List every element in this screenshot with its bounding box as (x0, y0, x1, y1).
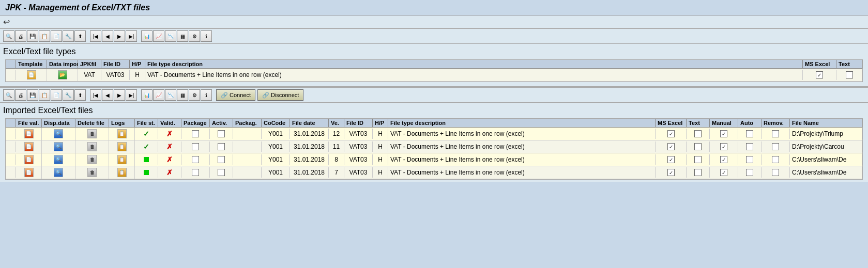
b-row-delfile[interactable]: 🗑 (75, 128, 109, 140)
activ-checkbox[interactable] (218, 143, 225, 150)
b-row-fileval[interactable]: 📄 (16, 166, 42, 179)
package-checkbox[interactable] (192, 156, 199, 163)
excel-checkbox[interactable] (667, 130, 675, 137)
save-btn[interactable]: 💾 (27, 30, 38, 42)
b-row-activ[interactable] (210, 167, 233, 178)
b-chart-btn[interactable]: 📉 (165, 89, 176, 101)
b-row-logs[interactable]: 📋 (109, 140, 135, 153)
delfile-icon[interactable]: 🗑 (87, 155, 97, 164)
b-row-package[interactable] (181, 154, 210, 165)
b-export-btn[interactable]: 📊 (141, 89, 153, 101)
b-print-btn[interactable]: 🖨 (15, 89, 26, 101)
b-row-manual[interactable] (710, 154, 738, 165)
manual-checkbox[interactable] (720, 156, 727, 163)
print-btn[interactable]: 🖨 (15, 30, 26, 42)
auto-checkbox[interactable] (746, 156, 753, 163)
nav-prev[interactable]: ◀ (102, 30, 113, 42)
connect-button[interactable]: 🔗 Connect (216, 89, 255, 101)
filter-btn[interactable]: 🔧 (63, 30, 74, 42)
b-row-auto[interactable] (738, 167, 762, 178)
table-btn[interactable]: ▦ (177, 30, 188, 42)
b-row-excel[interactable] (656, 129, 687, 139)
graph-btn[interactable]: 📈 (153, 30, 164, 42)
activ-checkbox[interactable] (218, 130, 225, 137)
logs-icon[interactable]: 📋 (117, 168, 127, 177)
dispdata-icon[interactable]: 🔍 (54, 129, 63, 138)
b-row-fileval[interactable]: 📄 (16, 140, 42, 153)
fileval-icon[interactable]: 📄 (24, 142, 34, 151)
dispdata-icon[interactable]: 🔍 (54, 168, 63, 177)
b-table-btn[interactable]: ▦ (177, 89, 188, 101)
template-icon[interactable]: 📄 (27, 70, 36, 80)
disconnect-button[interactable]: 🔗 Disconnect (257, 89, 303, 101)
delfile-icon[interactable]: 🗑 (87, 168, 97, 177)
b-row-remov[interactable] (762, 167, 790, 178)
b-row-fileval[interactable]: 📄 (16, 153, 42, 166)
b-row-package[interactable] (181, 129, 210, 139)
excel-checkbox[interactable] (667, 156, 675, 163)
b-row-dispdata[interactable]: 🔍 (42, 128, 75, 140)
remov-checkbox[interactable] (772, 130, 779, 137)
b-row-manual[interactable] (710, 129, 738, 139)
b-row-excel[interactable] (656, 154, 687, 165)
settings-btn[interactable]: ⚙ (189, 30, 200, 42)
sort-btn[interactable]: ⬆ (74, 30, 86, 42)
b-nav-prev[interactable]: ◀ (102, 89, 113, 101)
auto-checkbox[interactable] (746, 169, 753, 176)
delfile-icon[interactable]: 🗑 (87, 129, 97, 138)
text-checkbox[interactable] (694, 156, 702, 163)
b-row-excel[interactable] (656, 141, 687, 152)
b-row-text[interactable] (687, 154, 710, 165)
text-checkbox[interactable] (846, 71, 853, 78)
text-checkbox[interactable] (694, 143, 702, 150)
b-row-activ[interactable] (210, 154, 233, 165)
b-row-activ[interactable] (210, 129, 233, 139)
b-row-remov[interactable] (762, 154, 790, 165)
b-row-dispdata[interactable]: 🔍 (42, 153, 75, 166)
b-row-text[interactable] (687, 167, 710, 178)
fileval-icon[interactable]: 📄 (24, 168, 34, 177)
b-search-btn[interactable]: 🔍 (3, 89, 14, 101)
b-graph-btn[interactable]: 📈 (153, 89, 164, 101)
b-copy-btn[interactable]: 📋 (39, 89, 50, 101)
b-row-logs[interactable]: 📋 (109, 153, 135, 166)
b-row-excel[interactable] (656, 167, 687, 178)
b-row-auto[interactable] (738, 154, 762, 165)
info-btn[interactable]: ℹ (201, 30, 212, 42)
nav-last[interactable]: ▶| (126, 30, 137, 42)
b-row-text[interactable] (687, 141, 710, 152)
b-row-package[interactable] (181, 167, 210, 178)
export-btn[interactable]: 📊 (141, 30, 153, 42)
b-row-text[interactable] (687, 129, 710, 139)
row-excel[interactable] (803, 70, 836, 80)
b-info-btn[interactable]: ℹ (201, 89, 212, 101)
logs-icon[interactable]: 📋 (117, 155, 127, 164)
row-dataimp[interactable]: 📂 (47, 69, 78, 81)
b-row-auto[interactable] (738, 129, 762, 139)
text-checkbox[interactable] (694, 130, 702, 137)
b-row-package[interactable] (181, 141, 210, 152)
b-row-dispdata[interactable]: 🔍 (42, 166, 75, 179)
b-row-auto[interactable] (738, 141, 762, 152)
b-row-logs[interactable]: 📋 (109, 128, 135, 140)
package-checkbox[interactable] (192, 169, 199, 176)
b-settings-btn[interactable]: ⚙ (189, 89, 200, 101)
b-row-fileval[interactable]: 📄 (16, 128, 42, 140)
excel-checkbox[interactable] (816, 71, 823, 78)
paste-btn[interactable]: 📄 (51, 30, 62, 42)
text-checkbox[interactable] (694, 169, 702, 176)
chart-btn[interactable]: 📉 (165, 30, 176, 42)
logs-icon[interactable]: 📋 (117, 129, 127, 138)
dispdata-icon[interactable]: 🔍 (54, 155, 63, 164)
remov-checkbox[interactable] (772, 156, 779, 163)
b-row-delfile[interactable]: 🗑 (75, 140, 109, 153)
excel-checkbox[interactable] (667, 169, 675, 176)
remov-checkbox[interactable] (772, 169, 779, 176)
search-btn[interactable]: 🔍 (3, 30, 14, 42)
fileval-icon[interactable]: 📄 (24, 155, 34, 164)
b-filter-btn[interactable]: 🔧 (63, 89, 74, 101)
activ-checkbox[interactable] (218, 156, 225, 163)
row-text[interactable] (836, 70, 862, 80)
manual-checkbox[interactable] (720, 143, 727, 150)
nav-next[interactable]: ▶ (114, 30, 125, 42)
